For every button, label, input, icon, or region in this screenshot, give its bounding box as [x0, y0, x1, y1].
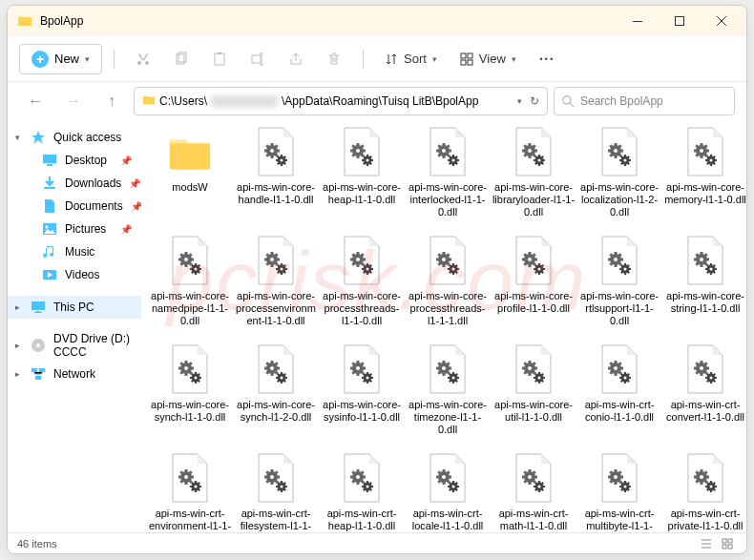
- file-item[interactable]: api-ms-win-core-heap-l1-1-0.dll: [321, 124, 403, 221]
- sidebar-item-music[interactable]: Music: [8, 240, 141, 263]
- file-label: api-ms-win-crt-environment-l1-1-0.dll: [148, 508, 232, 532]
- file-item[interactable]: api-ms-win-core-memory-l1-1-0.dll: [664, 124, 746, 221]
- file-item[interactable]: api-ms-win-core-synch-l1-2-0.dll: [235, 342, 317, 439]
- desktop-icon: [42, 153, 57, 168]
- file-item[interactable]: api-ms-win-crt-heap-l1-1-0.dll: [321, 450, 403, 532]
- sidebar-item-desktop[interactable]: Desktop📌: [8, 149, 141, 172]
- dll-file-icon: [340, 235, 384, 288]
- sidebar-item-this-pc[interactable]: ▸This PC: [8, 296, 141, 319]
- forward-button[interactable]: →: [57, 86, 90, 116]
- file-item[interactable]: api-ms-win-crt-conio-l1-1-0.dll: [578, 342, 660, 439]
- folder-item[interactable]: modsW: [149, 124, 231, 221]
- main-area: ▾Quick accessDesktop📌Downloads📌Documents…: [8, 120, 746, 532]
- cut-button[interactable]: [126, 44, 160, 74]
- up-button[interactable]: ↑: [95, 86, 128, 116]
- file-item[interactable]: api-ms-win-core-processenvironment-l1-1-…: [235, 233, 317, 330]
- svg-point-74: [700, 258, 703, 261]
- sort-button[interactable]: Sort ▾: [375, 46, 447, 72]
- address-input[interactable]: C:\Users\ \AppData\Roaming\Tuisq LitB\Bp…: [134, 87, 548, 115]
- icons-view-button[interactable]: [718, 536, 737, 551]
- chevron-icon[interactable]: ▸: [15, 369, 20, 379]
- svg-rect-135: [723, 545, 726, 549]
- refresh-button[interactable]: ↻: [530, 94, 539, 108]
- search-input[interactable]: Search BpolApp: [554, 87, 735, 115]
- dll-file-icon: [254, 452, 298, 506]
- sidebar-item-quick-access[interactable]: ▾Quick access: [8, 126, 141, 149]
- maximize-button[interactable]: [659, 6, 701, 36]
- svg-point-114: [356, 475, 360, 479]
- sidebar-item-downloads[interactable]: Downloads📌: [8, 172, 141, 195]
- pin-icon: 📌: [129, 178, 140, 189]
- toolbar: + New ▾ Sort ▾ View ▾ ···: [8, 36, 746, 82]
- view-button[interactable]: View ▾: [450, 46, 526, 72]
- file-item[interactable]: api-ms-win-core-sysinfo-l1-1-0.dll: [321, 342, 403, 439]
- sidebar-item-videos[interactable]: Videos: [8, 263, 141, 286]
- file-item[interactable]: api-ms-win-core-timezone-l1-1-0.dll: [407, 342, 489, 439]
- svg-point-88: [367, 377, 369, 380]
- file-item[interactable]: api-ms-win-core-processthreads-l1-1-0.dl…: [321, 233, 403, 330]
- file-item[interactable]: api-ms-win-core-namedpipe-l1-1-0.dll: [149, 233, 231, 330]
- dll-file-icon: [512, 452, 555, 506]
- file-item[interactable]: api-ms-win-crt-multibyte-l1-1-0.dll: [578, 450, 660, 532]
- sidebar-item-network[interactable]: ▸Network: [8, 363, 141, 385]
- sidebar-item-pictures[interactable]: Pictures📌: [8, 218, 141, 240]
- status-view-switch: [697, 536, 737, 551]
- sidebar-item-documents[interactable]: Documents📌: [8, 195, 141, 218]
- divider: [114, 50, 115, 69]
- file-item[interactable]: api-ms-win-core-string-l1-1-0.dll: [664, 233, 746, 330]
- file-item[interactable]: api-ms-win-core-libraryloader-l1-1-0.dll: [492, 124, 575, 221]
- svg-point-112: [281, 486, 283, 488]
- sidebar-item-dvd-drive[interactable]: ▸DVD Drive (D:) CCCC: [8, 328, 141, 363]
- file-item[interactable]: api-ms-win-crt-private-l1-1-0.dll: [664, 450, 746, 532]
- svg-point-98: [614, 366, 618, 370]
- file-item[interactable]: api-ms-win-crt-filesystem-l1-1-0.dll: [235, 450, 317, 532]
- minimize-button[interactable]: [617, 6, 659, 36]
- new-label: New: [54, 52, 79, 66]
- file-item[interactable]: api-ms-win-core-profile-l1-1-0.dll: [492, 233, 575, 330]
- file-label: api-ms-win-core-libraryloader-l1-1-0.dll: [492, 181, 576, 219]
- content-area[interactable]: modsWapi-ms-win-core-handle-l1-1-0.dllap…: [141, 120, 746, 532]
- new-button[interactable]: + New ▾: [19, 44, 102, 74]
- paste-button[interactable]: [202, 44, 237, 74]
- file-item[interactable]: api-ms-win-core-util-l1-1-0.dll: [492, 342, 575, 439]
- sidebar-item-label: DVD Drive (D:) CCCC: [53, 332, 132, 359]
- svg-point-92: [452, 377, 455, 380]
- file-item[interactable]: api-ms-win-core-interlocked-l1-1-0.dll: [407, 124, 489, 221]
- file-item[interactable]: api-ms-win-crt-math-l1-1-0.dll: [492, 450, 575, 532]
- more-button[interactable]: ···: [530, 44, 564, 74]
- file-item[interactable]: api-ms-win-core-localization-l1-2-0.dll: [578, 124, 660, 221]
- delete-button[interactable]: [317, 44, 351, 74]
- svg-point-82: [270, 366, 274, 370]
- back-button[interactable]: ←: [19, 86, 52, 116]
- file-label: api-ms-win-core-namedpipe-l1-1-0.dll: [148, 290, 232, 328]
- close-button[interactable]: [701, 6, 743, 36]
- details-view-button[interactable]: [697, 536, 716, 551]
- file-item[interactable]: api-ms-win-crt-convert-l1-1-0.dll: [664, 342, 746, 439]
- file-item[interactable]: api-ms-win-crt-locale-l1-1-0.dll: [407, 450, 489, 532]
- svg-point-106: [184, 475, 188, 479]
- svg-rect-134: [728, 539, 732, 543]
- view-label: View: [479, 52, 506, 66]
- copy-button[interactable]: [164, 44, 199, 74]
- file-item[interactable]: api-ms-win-crt-environment-l1-1-0.dll: [149, 450, 231, 532]
- svg-point-46: [700, 149, 703, 153]
- chevron-icon[interactable]: ▾: [15, 133, 20, 142]
- svg-point-86: [356, 366, 360, 370]
- address-user-blur: [211, 95, 278, 107]
- rename-button[interactable]: [241, 44, 275, 74]
- file-item[interactable]: api-ms-win-core-synch-l1-1-0.dll: [149, 342, 231, 439]
- file-label: api-ms-win-core-timezone-l1-1-0.dll: [406, 399, 490, 437]
- address-suffix: \AppData\Roaming\Tuisq LitB\BpolApp: [282, 94, 478, 108]
- network-icon: [31, 366, 46, 382]
- svg-rect-23: [39, 368, 45, 372]
- svg-rect-1: [676, 17, 684, 26]
- search-icon: [562, 95, 575, 108]
- share-button[interactable]: [279, 44, 313, 74]
- file-item[interactable]: api-ms-win-core-handle-l1-1-0.dll: [235, 124, 317, 221]
- chevron-down-icon[interactable]: ▾: [517, 96, 522, 106]
- file-item[interactable]: api-ms-win-core-rtlsupport-l1-1-0.dll: [578, 233, 660, 330]
- chevron-icon[interactable]: ▸: [15, 302, 20, 312]
- chevron-icon[interactable]: ▸: [15, 341, 20, 350]
- file-item[interactable]: api-ms-win-core-processthreads-l1-1-1.dl…: [407, 233, 489, 330]
- svg-point-124: [538, 486, 541, 488]
